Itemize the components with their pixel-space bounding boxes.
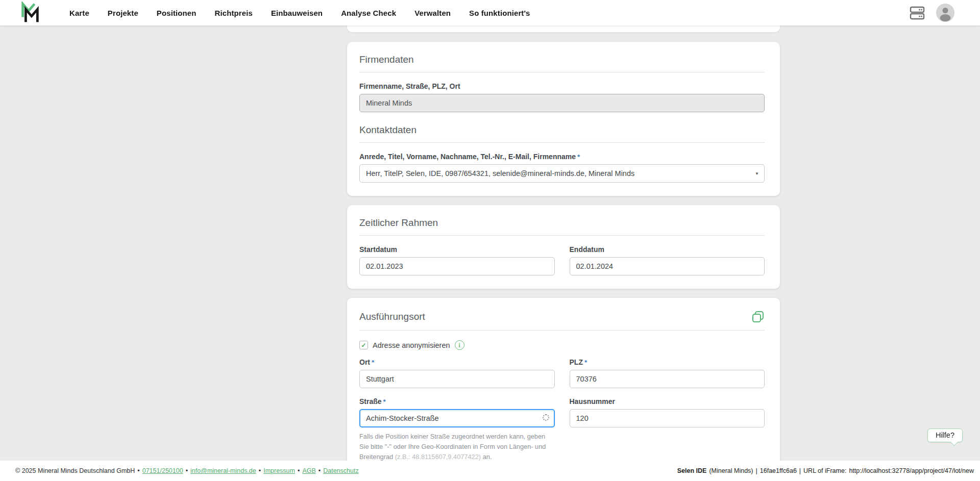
status-app-name: Selen IDE — [677, 467, 707, 474]
required-mark: * — [372, 359, 374, 366]
bullet-separator: • — [186, 467, 188, 474]
nav-item-positionen[interactable]: Positionen — [157, 9, 197, 17]
loading-spinner-icon — [543, 414, 549, 421]
hausnummer-input[interactable] — [570, 409, 765, 427]
status-bar: Selen IDE (Mineral Minds) | 16fae1ffc6a6… — [677, 467, 974, 474]
nav-item-karte[interactable]: Karte — [69, 9, 89, 17]
footer-link-phone[interactable]: 07151/250100 — [142, 467, 183, 474]
footer-link-datenschutz[interactable]: Datenschutz — [323, 467, 358, 474]
card-firmendaten: Firmendaten Firmenname, Straße, PLZ, Ort… — [347, 42, 780, 196]
strasse-label: Straße* — [359, 397, 555, 406]
footer-left: © 2025 Mineral Minds Deutschland GmbH • … — [15, 467, 359, 474]
anonymize-row: ✓ Adresse anonymisieren i — [359, 340, 765, 350]
checkmark-icon: ✓ — [361, 342, 366, 348]
bullet-separator: • — [137, 467, 139, 474]
mineral-minds-logo[interactable] — [18, 1, 42, 24]
company-field-label: Firmenname, Straße, PLZ, Ort — [359, 82, 765, 90]
startdatum-label: Startdatum — [359, 245, 555, 254]
geo-coords-example: (z.B.: 48.8115607,9.4077422) — [395, 453, 481, 461]
strasse-helper-text: Falls die Position keiner Straße zugeord… — [359, 432, 555, 462]
status-iframe-url: http://localhost:32778/app/project/47/lo… — [849, 467, 974, 474]
copy-icon[interactable] — [751, 310, 765, 323]
copyright-text: © 2025 Mineral Minds Deutschland GmbH — [15, 467, 135, 474]
nav-item-verwalten[interactable]: Verwalten — [414, 9, 451, 17]
strasse-field: Straße* Falls die Position keiner Straße… — [359, 397, 555, 462]
divider — [359, 142, 765, 143]
help-button[interactable]: Hilfe? — [927, 428, 963, 442]
hausnummer-field: Hausnummer — [570, 397, 765, 462]
bullet-separator: • — [259, 467, 261, 474]
contact-field-label: Anrede, Titel, Vorname, Nachname, Tel.-N… — [359, 153, 765, 161]
anonymize-checkbox[interactable]: ✓ — [359, 341, 368, 349]
kontaktdaten-title: Kontaktdaten — [359, 124, 765, 136]
user-avatar[interactable] — [936, 4, 954, 22]
company-input — [359, 94, 765, 112]
nav-item-einbauweisen[interactable]: Einbauweisen — [271, 9, 323, 17]
status-tenant: (Mineral Minds) — [709, 467, 753, 474]
anonymize-label[interactable]: Adresse anonymisieren — [373, 341, 450, 349]
card-zeitlicher-rahmen: Zeitlicher Rahmen Startdatum Enddatum — [347, 205, 780, 289]
plz-input[interactable] — [570, 370, 765, 388]
server-icon[interactable] — [910, 6, 925, 20]
top-navbar: Karte Projekte Positionen Richtpreis Ein… — [0, 0, 980, 26]
ort-field: Ort* — [359, 358, 555, 388]
nav-item-projekte[interactable]: Projekte — [108, 9, 138, 17]
footer-link-agb[interactable]: AGB — [302, 467, 315, 474]
divider — [359, 330, 765, 331]
status-url-label: URL of iFrame: — [803, 467, 846, 474]
previous-card-partial — [347, 26, 780, 32]
nav-item-analyse-check[interactable]: Analyse Check — [341, 9, 396, 17]
hausnummer-label: Hausnummer — [570, 397, 765, 406]
status-separator: | — [756, 467, 757, 474]
startdatum-input[interactable] — [359, 257, 555, 275]
footer-link-email[interactable]: info@mineral-minds.de — [190, 467, 256, 474]
ort-label: Ort* — [359, 358, 555, 366]
footer-link-impressum[interactable]: Impressum — [263, 467, 295, 474]
required-mark: * — [383, 398, 386, 406]
firmendaten-title: Firmendaten — [359, 54, 765, 65]
contact-select-value: Herr, TitelP, Selen, IDE, 0987/654321, s… — [366, 169, 634, 178]
enddatum-input[interactable] — [570, 257, 765, 275]
bullet-separator: • — [318, 467, 321, 474]
required-mark: * — [584, 359, 587, 366]
card-ausfuehrungsort: Ausführungsort ✓ Adresse anonymisieren i… — [347, 298, 780, 475]
main-nav: Karte Projekte Positionen Richtpreis Ein… — [69, 9, 910, 17]
plz-label: PLZ* — [570, 358, 765, 366]
main-content: Firmendaten Firmenname, Straße, PLZ, Ort… — [347, 26, 780, 481]
ort-input[interactable] — [359, 370, 555, 388]
info-icon[interactable]: i — [455, 340, 464, 350]
zeitlicher-rahmen-title: Zeitlicher Rahmen — [359, 217, 765, 229]
person-icon — [936, 4, 954, 22]
status-session-id: 16fae1ffc6a6 — [760, 467, 797, 474]
divider — [359, 72, 765, 72]
enddatum-label: Enddatum — [570, 245, 765, 254]
logo-monogram-icon — [19, 2, 41, 24]
footer: © 2025 Mineral Minds Deutschland GmbH • … — [0, 461, 980, 481]
navbar-right — [910, 4, 954, 22]
status-separator: | — [799, 467, 801, 474]
plz-field: PLZ* — [570, 358, 765, 388]
required-mark: * — [577, 153, 580, 161]
startdatum-field: Startdatum — [359, 245, 555, 275]
nav-item-so-funktionierts[interactable]: So funktioniert's — [469, 9, 530, 17]
nav-item-richtpreis[interactable]: Richtpreis — [215, 9, 253, 17]
strasse-input[interactable] — [359, 409, 555, 427]
contact-select[interactable]: Herr, TitelP, Selen, IDE, 0987/654321, s… — [359, 164, 765, 183]
bullet-separator: • — [298, 467, 300, 474]
divider — [359, 235, 765, 236]
ausfuehrungsort-title: Ausführungsort — [359, 311, 425, 322]
enddatum-field: Enddatum — [570, 245, 765, 275]
dropdown-caret-icon: ▼ — [755, 171, 759, 176]
